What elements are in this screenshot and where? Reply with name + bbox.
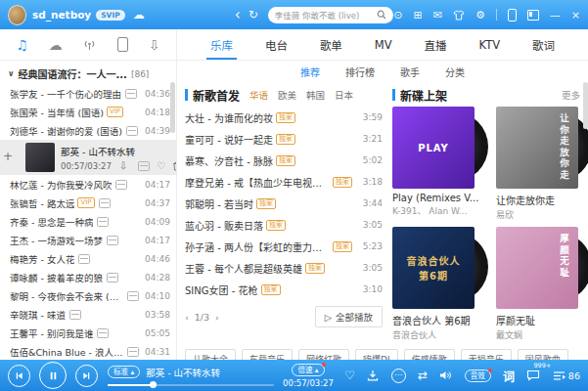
sub-tab-2[interactable]: 歌手 [400,65,420,79]
lyrics-button[interactable]: 词 [503,368,515,384]
album-card[interactable]: PLAYPlay (Remixes V...K-391、 Alan W... [392,107,488,221]
music-recognition-icon[interactable]: ⊙ [393,10,402,21]
album-title[interactable]: 厚颜无耻 [496,313,588,327]
volume-icon[interactable] [439,369,452,381]
previous-button[interactable] [8,365,30,387]
minimize-icon[interactable]: — [550,10,561,21]
mv-icon[interactable] [107,273,118,282]
sub-tab-3[interactable]: 分类 [445,65,465,79]
chevron-down-icon[interactable]: ∨ [8,69,15,78]
cloud-sync-icon[interactable]: ☁ [133,9,145,21]
new-song-row[interactable]: 孙子涵 - 两人份【彩虹的重力电视...独家5:23 [185,236,383,257]
current-song-title[interactable]: 那英 - 山不转水转 [146,366,220,379]
playlist-header[interactable]: ∨ 经典国语流行：一人一... [86] [0,61,176,84]
mini-mode-icon[interactable] [527,10,539,21]
playing-song-row[interactable]: +那英 - 山不转水转00:57/03:27⇩♡⊖ [0,140,176,175]
album-cover[interactable]: PLAY [392,107,475,189]
tag-2[interactable]: 网络红歌 [298,349,349,360]
playlist-song-row[interactable]: 黎明 - 今夜你会不会来 (国语)04:10 [0,286,176,305]
download-icon[interactable] [367,369,379,381]
download-icon[interactable]: ⇩ [119,161,127,171]
new-song-row[interactable]: 慕寒、汐音社 - 脉脉独家5:02 [185,150,383,171]
mv-icon[interactable] [127,291,139,301]
album-card[interactable]: 厚颜无耻厚颜无耻戴文娴 [496,227,588,341]
next-button[interactable] [75,365,98,387]
tag-3[interactable]: 嗨爆DJ [355,349,398,360]
new-song-row[interactable]: SING女团 - 花枪独家3:10 [185,279,383,300]
new-song-row[interactable]: 童可可 - 说好一起走独家3:21 [185,128,383,150]
play-queue-button[interactable]: 86 [553,370,580,381]
main-tab-0[interactable]: 乐库 [210,29,233,60]
album-cover[interactable]: 让你走放你走 [496,107,578,189]
mv-icon[interactable] [69,310,81,320]
new-song-row[interactable]: 王蓉 - 每个人都是超级英雄独家3:05 [185,257,383,279]
new-song-row[interactable]: 郭聪明 - 若当时独家3:44 [185,193,383,214]
play-all-button[interactable]: ▷ 全部播放 [315,306,383,327]
search-input[interactable]: 李佳薇 你敢不敢 (live) [268,7,393,23]
speed-selector[interactable]: 倍速 ▴ [292,364,324,376]
lang-tab-2[interactable]: 韩国 [306,88,325,102]
progress-bar[interactable] [108,384,274,386]
mv-icon[interactable] [107,236,118,245]
close-icon[interactable]: × [571,10,580,21]
mv-icon[interactable] [125,89,137,99]
page-prev-icon[interactable]: ‹ [185,312,189,323]
lang-tab-0[interactable]: 华语 [249,88,268,102]
album-title[interactable]: 音浪合伙人 第6期 [392,313,488,327]
tag-1[interactable]: 车载音乐 [242,349,293,360]
new-song-row[interactable]: 摩登兄弟 - 戒【热血少年电视剧片...独家3:18 [185,171,383,193]
more-options-icon[interactable]: ⋯ [391,369,406,383]
album-card[interactable]: 让你走放你走让你走放你走易欣 [496,107,588,221]
mv-icon[interactable] [78,254,90,264]
radio-icon[interactable] [82,38,97,51]
playlist-song-row[interactable]: 张国荣 - 当年情 (国语)VIP04:18 [0,103,176,121]
tag-0[interactable]: 儿歌大全 [185,349,236,360]
mv-icon[interactable] [115,180,127,190]
more-link[interactable]: 更多 [562,88,580,102]
playlist-song-row[interactable]: 张镐哲 - 路太远VIP04:37 [0,194,176,212]
lang-tab-1[interactable]: 欧美 [278,88,296,102]
comments-button[interactable]: 999+ [526,369,540,381]
mv-icon[interactable] [127,347,139,357]
cloud-disk-icon[interactable]: ☁ [49,38,63,52]
playlist-song-row[interactable]: 王杰 - 一场游戏一场梦04:17 [0,231,176,249]
tag-5[interactable]: 无损音乐 [461,349,512,360]
content-scrollbar[interactable] [583,82,588,129]
heart-icon[interactable]: ♡ [157,161,165,171]
avatar[interactable] [8,5,26,25]
current-song-thumbnail[interactable] [25,143,55,172]
sub-tab-0[interactable]: 推荐 [300,65,320,79]
favorite-heart-icon[interactable]: ♡ [344,369,355,381]
tag-4[interactable]: 伤感情歌 [404,349,455,360]
quality-selector[interactable]: 标准 ▴ [108,366,140,378]
playlist-song-row[interactable]: 王馨平 - 别问我是谁05:05 [0,324,176,342]
playlist-song-row[interactable]: 谭咏麟 - 披着羊皮的狼04:28 [0,268,176,286]
main-tab-2[interactable]: 歌单 [320,29,342,60]
playlist-song-row[interactable]: 齐秦 - 思念是一种病04:09 [0,212,176,231]
playlist-song-row[interactable]: 刘德华 - 谢谢你的爱 (国语)04:39 [0,121,176,140]
play-mode-icon[interactable]: ⇄ [418,369,428,381]
refresh-icon[interactable]: ↻ [249,9,258,21]
page-next-icon[interactable]: › [215,312,219,323]
main-tab-3[interactable]: MV [375,29,392,60]
main-tab-1[interactable]: 电台 [265,29,288,60]
mail-icon[interactable]: ✉ [433,10,442,21]
mv-icon[interactable] [138,161,150,171]
pause-button[interactable] [39,362,67,389]
sound-effect-button[interactable]: 音效 [465,369,491,382]
playlist-song-row[interactable]: 梅艳芳 - 女人花04:46 [0,249,176,268]
album-cover[interactable]: 厚颜无耻 [496,227,578,309]
album-title[interactable]: Play (Remixes V... [392,193,488,203]
phone-icon[interactable] [508,9,517,22]
device-icon[interactable] [117,37,128,52]
mv-icon[interactable] [126,126,138,136]
playlist-song-row[interactable]: 辛晓琪 - 味道03:58 [0,305,176,324]
progress-knob[interactable] [150,381,157,388]
mv-icon[interactable] [97,217,109,227]
settings-gear-icon[interactable]: ⚙ [475,10,485,21]
back-icon[interactable]: ‹ [235,8,241,22]
sidebar-scrollbar[interactable] [170,82,175,133]
main-tab-6[interactable]: 歌词 [532,29,555,60]
main-tab-4[interactable]: 直播 [425,29,447,60]
add-icon[interactable]: + [3,150,13,163]
